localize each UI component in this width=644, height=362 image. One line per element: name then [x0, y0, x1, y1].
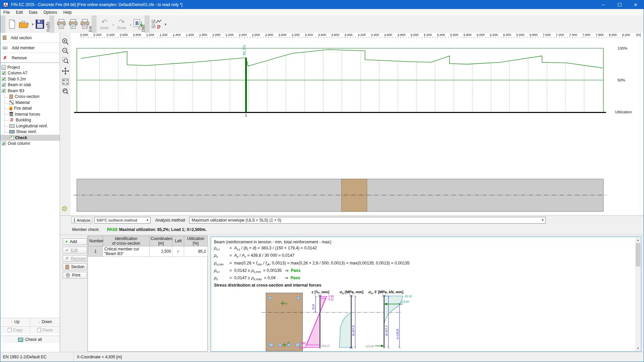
down-button[interactable]: ↓Down — [30, 318, 60, 325]
tree-item-material[interactable]: Material — [0, 100, 60, 106]
minimize-button[interactable] — [595, 0, 611, 9]
tree-item-longitudinal-reinf-[interactable]: Longitudinal reinf. — [0, 123, 60, 129]
fire-method-combo[interactable]: 500°C isotherm method▼ — [94, 217, 151, 224]
add-member-button[interactable]: Add member — [0, 43, 60, 53]
envelope-combo[interactable]: Maximum utilization envelope (ULS + SLS)… — [189, 217, 546, 224]
copy-button[interactable]: Copy — [0, 326, 30, 334]
tree-item-label: Longitudinal reinf. — [16, 124, 48, 128]
tree-item-label: Shear reinf. — [16, 129, 37, 134]
data-display-button[interactable]: D — [151, 17, 163, 32]
data-dropdown-caret[interactable]: ▼ — [164, 23, 167, 26]
analysis-method-label: Analysis method: — [155, 218, 186, 223]
print-graphics-button[interactable] — [68, 17, 78, 32]
check-all-button[interactable]: Check all — [0, 336, 60, 343]
svg-text:3,000: 3,000 — [278, 33, 286, 37]
results-scrollbar[interactable]: ▲ ▼ — [635, 237, 641, 351]
drawing-canvas[interactable]: 0,0000,2000,4000,6000,8001,0001,2001,400… — [60, 33, 644, 216]
tree-item-fire-detail[interactable]: Fire detail — [0, 106, 60, 112]
menu-file[interactable]: File — [0, 10, 13, 15]
add-section-button[interactable]: Add section — [0, 33, 60, 43]
svg-text:4,000: 4,000 — [344, 33, 353, 37]
new-file-button[interactable] — [8, 17, 16, 32]
maximize-button[interactable] — [611, 0, 628, 9]
checkbox-icon — [9, 136, 13, 140]
paste-button[interactable]: Paste — [30, 326, 60, 334]
down-arrow-icon: ↓ — [38, 319, 40, 324]
tree-item-label: Internal forces — [15, 112, 40, 117]
open-file-button[interactable] — [18, 17, 30, 32]
col-utilization: Utilization[%] — [184, 236, 208, 246]
tree-guide — [4, 100, 9, 103]
print-document-button[interactable] — [56, 17, 67, 32]
tree-guide — [4, 94, 9, 98]
tree-item-label: Cross-section — [15, 94, 39, 99]
menu-edit[interactable]: Edit — [13, 10, 26, 15]
enter-icon: ↵ — [65, 248, 69, 252]
tree-guide — [4, 135, 9, 138]
tree-item-internal-forces[interactable]: Internal forces — [0, 111, 60, 117]
scroll-thumb[interactable] — [636, 243, 640, 266]
tree-item-beam-in-slab[interactable]: Beam in slab — [0, 82, 60, 88]
edit-button[interactable]: ↵Edit — [63, 247, 87, 253]
tree-item-oval-column[interactable]: Oval column — [0, 141, 60, 147]
menu-options[interactable]: Options — [40, 10, 60, 15]
close-button[interactable]: ✕ — [628, 0, 644, 9]
copy-icon — [8, 328, 11, 332]
ok-icon — [2, 141, 6, 145]
svg-text:2,200: 2,200 — [226, 33, 234, 37]
tree-item-buckling[interactable]: Buckling — [0, 117, 60, 123]
tree-item-label: Material — [15, 100, 30, 105]
zoom-previous-button[interactable] — [61, 87, 70, 96]
stress-diagram-svg: F F' -3,50 — [214, 288, 442, 351]
fit-view-button[interactable] — [61, 77, 70, 86]
svg-text:100%: 100% — [618, 46, 627, 50]
tree-item-check[interactable]: Check — [0, 135, 60, 141]
remove-button[interactable]: Remove — [0, 53, 60, 63]
svg-text:3,400: 3,400 — [305, 33, 313, 37]
stress-diagrams: ε [‰, mm] σs [MPa, mm] σc, F [MPa, kN, m… — [214, 288, 634, 351]
tree-item-shear-reinf-[interactable]: Shear reinf. — [0, 129, 60, 135]
scroll-up-icon[interactable]: ▲ — [635, 237, 641, 243]
svg-text:0,600: 0,600 — [120, 33, 128, 37]
svg-text:2,600: 2,600 — [252, 33, 260, 37]
up-button[interactable]: ↑Up — [0, 318, 30, 325]
add-button[interactable]: +Add — [63, 238, 87, 245]
fire-icon — [9, 106, 12, 110]
print-icon — [65, 273, 70, 278]
save-button[interactable] — [35, 17, 45, 32]
pan-button[interactable] — [61, 67, 70, 75]
print-button[interactable]: Print — [63, 272, 87, 279]
settings-gear-icon[interactable]: ⚙ — [61, 205, 68, 213]
zoom-window-button[interactable] — [61, 56, 70, 65]
svg-text:4,200: 4,200 — [358, 33, 366, 37]
redo-dropdown-caret[interactable]: ▼ — [129, 23, 132, 27]
member-icon — [3, 47, 7, 49]
tree-item-cross-section[interactable]: Cross-section — [0, 94, 60, 100]
undo-button[interactable]: ↶ Undo — [98, 17, 110, 32]
tree-item-label: Slab 0.2m — [8, 77, 26, 81]
redo-button[interactable]: ↷ Redo — [116, 17, 128, 32]
checkall-row: Check all — [0, 336, 60, 343]
sections-table[interactable]: Number Identificationof cross-section Co… — [88, 236, 208, 257]
undo-dropdown-caret[interactable]: ▼ — [112, 23, 115, 27]
tree-item-slab-0-2m[interactable]: Slab 0.2m — [0, 76, 60, 82]
tree-item-project[interactable]: Project — [0, 64, 60, 70]
svg-text:7,000: 7,000 — [543, 33, 551, 37]
svg-text:7,600: 7,600 — [582, 33, 590, 37]
zoom-out-button[interactable] — [61, 47, 70, 55]
zoom-in-button[interactable] — [61, 37, 70, 46]
analyse-button[interactable]: Analyse — [71, 217, 92, 224]
scroll-down-icon[interactable]: ▼ — [635, 346, 641, 351]
paste-icon — [37, 328, 41, 332]
table-row[interactable]: 1 Critical member cut "Beam B3" 2,500 ✓ … — [88, 246, 208, 257]
tree-item-label: Beam in slab — [8, 82, 31, 87]
member-check-status: PASS — [107, 227, 118, 232]
tree-item-column-a7[interactable]: Column A7 — [0, 70, 60, 76]
open-dropdown-caret[interactable]: ▼ — [31, 23, 34, 26]
remove-section-button[interactable]: ✗Remove — [63, 255, 87, 262]
menu-data[interactable]: Data — [26, 10, 40, 15]
menu-help[interactable]: Help — [60, 10, 75, 15]
menu-bar: File Edit Data Options Help — [0, 9, 644, 16]
section-button[interactable]: Section — [63, 263, 87, 270]
tree-item-beam-b3[interactable]: Beam B3 — [0, 88, 60, 94]
